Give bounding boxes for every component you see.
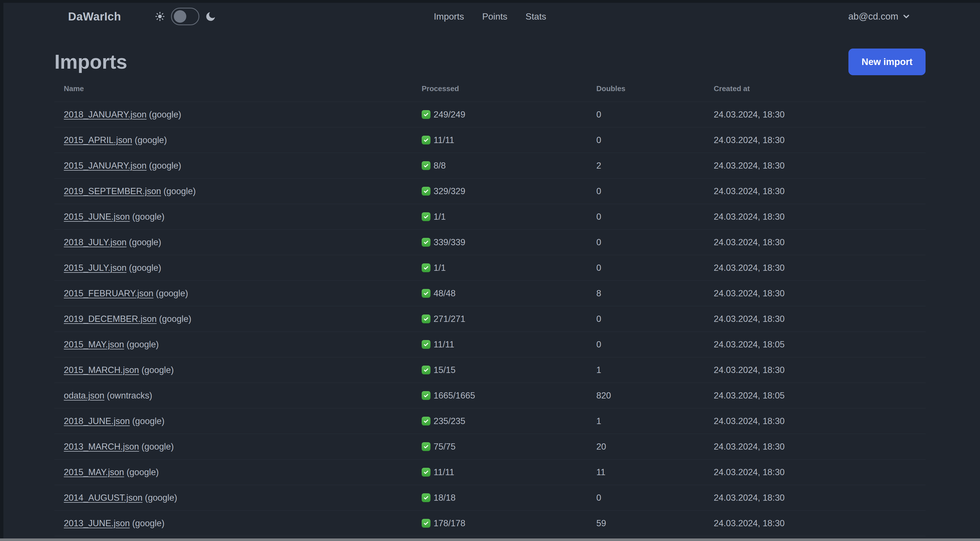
doubles-count: 0 <box>587 263 705 273</box>
import-file-link[interactable]: odata.json <box>64 391 104 401</box>
processed-count: 15/15 <box>434 365 456 375</box>
import-source-label: (google) <box>142 365 174 375</box>
import-file-link[interactable]: 2018_JULY.json <box>64 237 126 247</box>
import-source-label: (google) <box>135 135 167 145</box>
name-cell: 2013_MARCH.json (google) <box>54 442 412 452</box>
created-at: 24.03.2024, 18:30 <box>705 135 926 145</box>
table-header-row: Name Processed Doubles Created at <box>54 75 926 102</box>
import-source-label: (google) <box>132 518 164 528</box>
created-at: 24.03.2024, 18:30 <box>705 186 926 196</box>
window-edge-left <box>0 0 3 541</box>
import-source-label: (owntracks) <box>107 391 152 401</box>
created-at: 24.03.2024, 18:30 <box>705 518 926 528</box>
app-logo[interactable]: DaWarIch <box>68 10 121 23</box>
table-row: 2015_FEBRUARY.json (google) 48/48 8 24.0… <box>54 281 926 306</box>
import-file-link[interactable]: 2013_JUNE.json <box>64 518 130 528</box>
nav-link-stats[interactable]: Stats <box>525 11 546 22</box>
processed-cell: 1/1 <box>412 263 587 273</box>
processed-count: 11/11 <box>434 340 454 350</box>
created-at: 24.03.2024, 18:30 <box>705 110 926 120</box>
processed-count: 1665/1665 <box>434 391 475 401</box>
table-row: 2015_JULY.json (google) 1/1 0 24.03.2024… <box>54 255 926 281</box>
import-file-link[interactable]: 2015_JULY.json <box>64 263 126 273</box>
table-row: 2018_JUNE.json (google) 235/235 1 24.03.… <box>54 408 926 434</box>
import-file-link[interactable]: 2015_MAY.json <box>64 340 124 349</box>
moon-icon <box>205 11 216 22</box>
import-file-link[interactable]: 2015_MAY.json <box>64 467 124 477</box>
theme-toggle-knob <box>174 10 186 23</box>
nav-link-imports[interactable]: Imports <box>434 11 464 22</box>
import-file-link[interactable]: 2015_JUNE.json <box>64 212 130 222</box>
doubles-count: 20 <box>587 442 705 452</box>
import-source-label: (google) <box>129 237 161 247</box>
import-file-link[interactable]: 2013_MARCH.json <box>64 442 139 452</box>
import-file-link[interactable]: 2015_JANUARY.json <box>64 161 146 171</box>
name-cell: 2019_DECEMBER.json (google) <box>54 314 412 324</box>
import-file-link[interactable]: 2018_JANUARY.json <box>64 110 146 120</box>
column-header-created-at: Created at <box>705 84 926 93</box>
table-row: 2013_JUNE.json (google) 178/178 59 24.03… <box>54 510 926 536</box>
doubles-count: 0 <box>587 110 705 120</box>
import-file-link[interactable]: 2015_FEBRUARY.json <box>64 288 153 298</box>
window-bottom-bar <box>0 538 980 541</box>
processed-cell: 11/11 <box>412 340 587 350</box>
created-at: 24.03.2024, 18:30 <box>705 314 926 324</box>
import-file-link[interactable]: 2015_APRIL.json <box>64 135 132 145</box>
processed-cell: 11/11 <box>412 135 587 145</box>
name-cell: 2014_AUGUST.json (google) <box>54 493 412 503</box>
success-check-icon <box>422 442 430 451</box>
theme-toggle[interactable] <box>171 8 199 25</box>
table-row: 2018_JANUARY.json (google) 249/249 0 24.… <box>54 102 926 127</box>
created-at: 24.03.2024, 18:30 <box>705 161 926 171</box>
name-cell: 2015_JUNE.json (google) <box>54 212 412 222</box>
import-file-link[interactable]: 2019_SEPTEMBER.json <box>64 186 161 196</box>
import-source-label: (google) <box>159 314 191 324</box>
success-check-icon <box>422 263 430 272</box>
doubles-count: 820 <box>587 391 705 401</box>
nav-link-points[interactable]: Points <box>482 11 507 22</box>
processed-count: 339/339 <box>434 237 465 247</box>
created-at: 24.03.2024, 18:30 <box>705 467 926 477</box>
import-file-link[interactable]: 2019_DECEMBER.json <box>64 314 156 324</box>
processed-cell: 18/18 <box>412 493 587 503</box>
processed-count: 249/249 <box>434 110 465 120</box>
name-cell: 2015_MAY.json (google) <box>54 467 412 477</box>
processed-count: 1/1 <box>434 212 446 222</box>
import-file-link[interactable]: 2015_MARCH.json <box>64 365 139 375</box>
name-cell: odata.json (owntracks) <box>54 391 412 401</box>
name-cell: 2015_FEBRUARY.json (google) <box>54 288 412 298</box>
success-check-icon <box>422 136 430 144</box>
import-file-link[interactable]: 2018_JUNE.json <box>64 416 130 426</box>
processed-count: 75/75 <box>434 442 456 452</box>
processed-count: 271/271 <box>434 314 465 324</box>
processed-cell: 75/75 <box>412 442 587 452</box>
success-check-icon <box>422 365 430 374</box>
imports-table: Name Processed Doubles Created at 2018_J… <box>54 75 926 541</box>
doubles-count: 0 <box>587 493 705 503</box>
main-content: Imports New import Name Processed Double… <box>54 48 926 541</box>
success-check-icon <box>422 340 430 349</box>
processed-cell: 8/8 <box>412 161 587 171</box>
name-cell: 2015_MAY.json (google) <box>54 340 412 350</box>
created-at: 24.03.2024, 18:05 <box>705 391 926 401</box>
name-cell: 2013_JUNE.json (google) <box>54 518 412 528</box>
column-header-doubles: Doubles <box>587 84 705 93</box>
table-row: 2015_MAY.json (google) 11/11 11 24.03.20… <box>54 459 926 485</box>
success-check-icon <box>422 391 430 400</box>
processed-cell: 249/249 <box>412 110 587 120</box>
table-row: 2015_JUNE.json (google) 1/1 0 24.03.2024… <box>54 204 926 229</box>
import-file-link[interactable]: 2014_AUGUST.json <box>64 493 142 503</box>
navbar: DaWarIch Imports Points Stats ab@cd.com <box>0 0 980 33</box>
import-source-label: (google) <box>145 493 177 503</box>
user-menu[interactable]: ab@cd.com <box>848 11 911 22</box>
chevron-down-icon <box>902 12 911 21</box>
doubles-count: 1 <box>587 365 705 375</box>
table-row: 2019_SEPTEMBER.json (google) 329/329 0 2… <box>54 178 926 204</box>
doubles-count: 2 <box>587 161 705 171</box>
processed-count: 235/235 <box>434 416 465 426</box>
processed-cell: 235/235 <box>412 416 587 426</box>
new-import-button[interactable]: New import <box>848 48 926 75</box>
success-check-icon <box>422 187 430 196</box>
success-check-icon <box>422 468 430 477</box>
import-source-label: (google) <box>126 467 159 477</box>
